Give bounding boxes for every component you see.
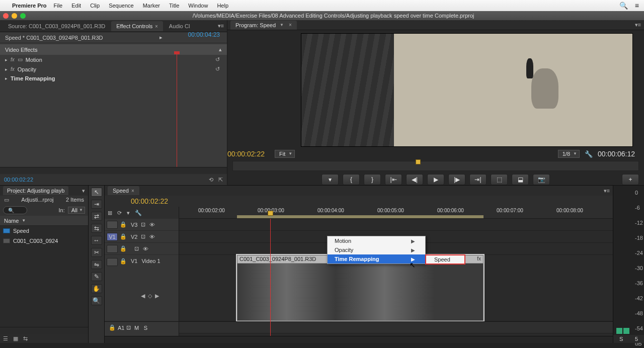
prev-keyframe-icon[interactable]: ◀ [141,293,145,299]
project-hscroll[interactable] [0,327,88,334]
ec-hscroll[interactable] [0,167,227,174]
effect-row-opacity[interactable]: ▸ fx Opacity ↺ [0,64,227,74]
dropdown-icon[interactable]: ▼ [280,23,284,27]
zoom-level-select[interactable]: Fit ▼ [275,150,295,158]
menu-edit[interactable]: Edit [71,3,81,9]
panel-menu-icon[interactable]: ▾≡ [635,22,641,28]
step-forward-button[interactable]: |▶ [448,174,465,185]
sync-lock-icon[interactable]: ⊡ [126,324,131,331]
snap-icon[interactable]: ⊞ [108,210,112,216]
slip-tool[interactable]: ⇋ [91,260,102,269]
mute-button[interactable]: M [133,325,140,331]
ctx-item-time-remapping[interactable]: Time Remapping ▶ [328,254,425,264]
eye-icon[interactable]: 👁 [148,222,155,228]
reset-icon[interactable]: ↺ [215,66,220,72]
program-current-tc[interactable]: 00:00:02:22 [227,150,265,158]
twirl-icon[interactable]: ▸ [5,57,8,62]
audio-clip-tab[interactable]: Audio Cl [164,21,195,31]
menu-window[interactable]: Window [188,3,208,9]
rolling-edit-tool[interactable]: ⇆ [91,224,102,233]
effect-row-time-remapping[interactable]: ▸ Time Remapping [0,74,227,83]
next-keyframe-icon[interactable]: ▶ [155,293,159,299]
spotlight-icon[interactable]: 🔍 [619,2,628,10]
meter-solo[interactable]: S [619,336,623,343]
lock-icon[interactable]: 🔒 [109,324,116,331]
track-header-v2[interactable]: V1 🔒 V2 ⊡ 👁 [105,231,179,243]
menu-clip[interactable]: Clip [90,3,100,9]
lock-icon[interactable]: 🔒 [120,258,127,265]
work-area-bar[interactable] [237,215,484,218]
video-effects-section[interactable]: Video Effects ▴ [0,44,227,55]
track-target[interactable] [107,245,118,253]
panel-menu-icon[interactable]: ▾≡ [218,23,224,29]
timeline-hscroll[interactable] [105,336,613,343]
close-icon[interactable]: × [153,24,158,29]
sort-icon[interactable]: ▼ [22,218,26,223]
mark-out-button[interactable]: } [364,174,381,185]
zoom-window-button[interactable] [20,13,26,19]
close-window-button[interactable] [3,13,9,19]
project-column-header[interactable]: Name ▼ [0,216,88,226]
add-marker-icon[interactable]: ▾ [127,210,130,216]
track-header-v1-row2[interactable]: 🔒 ⊡ 👁 [105,243,179,255]
export-frame-button[interactable]: 📷 [533,174,550,185]
razor-tool[interactable]: ✂ [91,248,102,257]
close-icon[interactable]: × [289,22,292,28]
ec-export-icon[interactable]: ⇱ [218,177,223,183]
track-select-tool[interactable]: ⇥ [91,200,102,209]
lock-icon[interactable]: 🔒 [120,233,127,240]
resolution-select[interactable]: 1/8 ▼ [558,150,580,158]
program-video-viewport[interactable] [301,33,633,147]
timeline-ruler[interactable]: 00:00:02:00 00:00:03:00 00:00:04:00 00:0… [179,207,613,219]
zoom-tool[interactable]: 🔍 [91,296,102,305]
selection-tool[interactable]: ↖ [91,188,102,197]
clip-body[interactable] [237,264,483,320]
timeline-clip[interactable]: C001_C003_0924P8_001.R3D fx [237,255,484,321]
mark-in-button[interactable]: { [343,174,360,185]
add-marker-button[interactable]: ▾ [321,174,339,185]
ctx-sub-speed[interactable]: Speed [426,255,464,264]
lock-icon[interactable]: 🔒 [120,221,127,228]
track-header-a1[interactable]: 🔒 A1 ⊡ M S [105,321,179,333]
lift-button[interactable]: ⬚ [491,174,508,185]
track-target[interactable]: V1 [107,233,118,241]
add-keyframe-icon[interactable]: ◇ [148,293,152,299]
dropdown-icon[interactable]: ▾ [82,188,85,194]
project-search-input[interactable] [3,206,27,214]
program-scrubber[interactable] [232,161,639,171]
audio-meters[interactable]: 0 -6 -12 -18 -24 -30 -36 -42 -48 -54 dB … [613,186,644,343]
ec-footer-tc[interactable]: 00:00:02:22 [4,177,33,183]
list-view-icon[interactable]: ☰ [3,335,8,342]
source-tab[interactable]: Source: C001_C003_0924P8_001.R3D [3,21,110,31]
auto-size-icon[interactable]: ⇆ [23,335,28,342]
solo-button[interactable]: S [142,325,149,331]
sync-lock-icon[interactable]: ⊡ [139,233,146,240]
linked-selection-icon[interactable]: ⟳ [117,210,122,216]
project-item-clip[interactable]: C001_C003_0924 [0,236,88,246]
timeline-tc[interactable]: 00:00:02:22 [131,197,168,205]
effect-controls-tab[interactable]: Effect Controls × [111,21,163,31]
pen-tool[interactable]: ✎ [91,272,102,281]
sequence-tab[interactable]: Speed × [108,186,139,195]
settings-icon[interactable]: 🔧 [585,150,593,158]
ctx-item-motion[interactable]: Motion ▶ [328,236,425,245]
menu-marker[interactable]: Marker [143,3,160,9]
reset-icon[interactable]: ↺ [215,56,220,63]
ec-loop-icon[interactable]: ⟲ [209,177,213,183]
collapse-icon[interactable]: ▴ [219,46,222,53]
track-header-v1[interactable]: 🔒 V1 Video 1 ◀ ◇ ▶ [105,255,179,321]
playhead-handle[interactable] [268,211,273,216]
hand-tool[interactable]: ✋ [91,284,102,293]
track-header-v3[interactable]: 🔒 V3 ⊡ 👁 [105,219,179,231]
ec-play-icon[interactable]: ▸ [159,34,163,41]
go-to-out-button[interactable]: ⇥| [469,174,487,185]
project-tab[interactable]: Project: Adjusting playb [3,186,68,195]
timeline-settings-icon[interactable]: 🔧 [135,210,142,216]
button-editor-button[interactable]: + [622,174,639,185]
effect-row-motion[interactable]: ▸ fx ▭ Motion ↺ [0,55,227,64]
program-tab[interactable]: Program: Speed ▼ × [230,21,297,30]
step-back-button[interactable]: ◀| [406,174,423,185]
track-target[interactable] [107,221,118,229]
sync-lock-icon[interactable]: ⊡ [139,221,146,228]
eye-icon[interactable]: 👁 [148,234,155,240]
